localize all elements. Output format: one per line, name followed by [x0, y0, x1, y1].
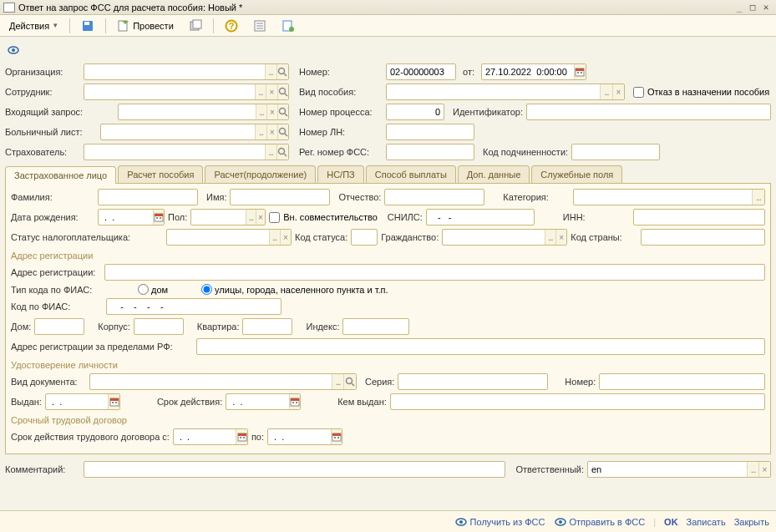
tabs: Застрахованное лицо Расчет пособия Расче…: [5, 165, 771, 184]
index-label: Индекс:: [306, 322, 339, 332]
contract-from-label: Срок действия трудового договора с:: [11, 432, 170, 442]
refuse-checkbox[interactable]: Отказ в назначении пособия: [633, 87, 769, 98]
doctype-field[interactable]: ...: [89, 373, 357, 390]
eye-icon[interactable]: [7, 43, 769, 57]
gender-field[interactable]: ...×: [190, 209, 266, 225]
ext-employment-checkbox[interactable]: Вн. совместительство: [269, 212, 378, 223]
series-field[interactable]: [398, 373, 548, 390]
dob-field[interactable]: [98, 209, 165, 225]
tax-code-label: Код статуса:: [295, 232, 347, 242]
subcode-field[interactable]: [571, 144, 660, 160]
tab-extra[interactable]: Доп. данные: [458, 165, 530, 183]
tax-code-field[interactable]: [351, 229, 378, 246]
house-field[interactable]: [34, 318, 84, 335]
organization-select[interactable]: ...: [265, 64, 276, 79]
tab-calculation[interactable]: Расчет пособия: [118, 165, 203, 183]
process-label: Номер процесса:: [299, 107, 383, 117]
contract-from-field[interactable]: [173, 428, 248, 445]
ln-label: Номер ЛН:: [299, 127, 383, 137]
address-label: Адрес регистрации:: [11, 267, 101, 277]
tab-ns-pz[interactable]: НС/ПЗ: [317, 165, 364, 183]
toolbar-btn-7[interactable]: [276, 17, 301, 35]
doctype-label: Вид документа:: [11, 377, 86, 387]
inreq-field[interactable]: ...×: [118, 104, 289, 120]
save-icon-button[interactable]: [75, 17, 100, 35]
ident-field[interactable]: [526, 104, 771, 120]
send-to-fss-link[interactable]: Отправить в ФСС: [554, 515, 646, 529]
process-field[interactable]: [386, 104, 444, 120]
tab-payment[interactable]: Способ выплаты: [366, 165, 456, 183]
tab-calc-cont[interactable]: Расчет(продолжение): [205, 165, 316, 183]
svg-rect-14: [193, 20, 201, 28]
radio-street[interactable]: улицы, города, населенного пункта и т.п.: [201, 284, 388, 295]
titlebar: Ответ на запрос ФСС для расчета пособия:…: [0, 0, 776, 15]
tab-insured-person[interactable]: Застрахованное лицо: [5, 166, 116, 184]
actions-menu[interactable]: Действия▼: [3, 18, 64, 33]
address-field[interactable]: [104, 264, 765, 281]
fssreg-field[interactable]: [386, 144, 474, 160]
abroad-field[interactable]: [196, 338, 765, 355]
insurer-field[interactable]: ...: [84, 144, 289, 160]
number-label: Номер:: [299, 67, 383, 77]
fias-type-label: Тип кода по ФИАС:: [11, 285, 101, 295]
help-button[interactable]: [219, 17, 244, 35]
employee-label: Сотрудник:: [5, 87, 80, 97]
valid-field[interactable]: [226, 393, 301, 410]
date-calendar[interactable]: [574, 64, 586, 79]
fias-code-label: Код по ФИАС:: [11, 301, 78, 312]
get-from-fss-link[interactable]: Получить из ФСС: [454, 515, 545, 529]
employee-field[interactable]: ...×: [84, 84, 289, 100]
name-field[interactable]: [230, 189, 330, 205]
tab-service[interactable]: Служебные поля: [531, 165, 622, 183]
house-label: Дом:: [11, 322, 31, 332]
patr-field[interactable]: [384, 189, 484, 205]
citizen-field[interactable]: ...×: [442, 229, 567, 246]
organization-search[interactable]: [276, 64, 288, 79]
benefit-field[interactable]: ...×: [386, 84, 625, 100]
comment-field[interactable]: [84, 461, 505, 478]
sick-field[interactable]: ...×: [100, 124, 289, 140]
tax-status-field[interactable]: ...×: [166, 229, 292, 246]
organization-field[interactable]: ...: [84, 63, 289, 80]
ok-button[interactable]: OK: [664, 517, 678, 527]
fias-code-field[interactable]: [106, 298, 281, 315]
citizen-label: Гражданство:: [381, 232, 439, 242]
run-button[interactable]: Провести: [111, 17, 180, 35]
close-link[interactable]: Закрыть: [734, 517, 769, 527]
bottom-bar: Получить из ФСС Отправить в ФСС | OK Зап…: [0, 510, 776, 532]
flat-label: Квартира:: [197, 322, 240, 332]
inn-field[interactable]: [633, 209, 765, 225]
address-group-title: Адрес регистрации: [11, 251, 765, 261]
snils-field[interactable]: [426, 209, 535, 225]
benefit-label: Вид пособия:: [299, 87, 383, 97]
issued-field[interactable]: [45, 393, 120, 410]
sick-label: Больничный лист:: [5, 127, 97, 137]
tab-content: Фамилия: Имя: Отчество: Категория: ... Д…: [5, 184, 771, 454]
inreq-label: Входящий запрос:: [5, 107, 80, 117]
korpus-field[interactable]: [134, 318, 184, 335]
category-field[interactable]: ...: [573, 189, 765, 205]
ln-field[interactable]: [386, 124, 474, 140]
docnum-field[interactable]: [599, 373, 765, 390]
contract-group-title: Срочный трудовой договор: [11, 415, 765, 425]
dob-label: Дата рождения:: [11, 212, 94, 222]
country-code-field[interactable]: [641, 229, 765, 246]
series-label: Серия:: [365, 377, 394, 387]
date-field[interactable]: [481, 63, 586, 80]
contract-to-field[interactable]: [267, 428, 342, 445]
responsible-field[interactable]: ...×: [587, 461, 771, 478]
window-icon: [3, 3, 15, 13]
abroad-label: Адрес регистрации за пределами РФ:: [11, 342, 178, 352]
minimize-button[interactable]: _: [733, 2, 746, 13]
bywhom-field[interactable]: [390, 393, 765, 410]
maximize-button[interactable]: □: [746, 2, 759, 13]
close-button[interactable]: ✕: [759, 2, 773, 13]
save-button[interactable]: Записать: [687, 517, 726, 527]
surname-field[interactable]: [98, 189, 198, 205]
radio-house[interactable]: дом: [138, 284, 168, 295]
toolbar-btn-6[interactable]: [247, 17, 272, 35]
toolbar-btn-4[interactable]: [183, 17, 208, 35]
index-field[interactable]: [342, 318, 409, 335]
number-field[interactable]: [386, 63, 456, 80]
flat-field[interactable]: [242, 318, 292, 335]
